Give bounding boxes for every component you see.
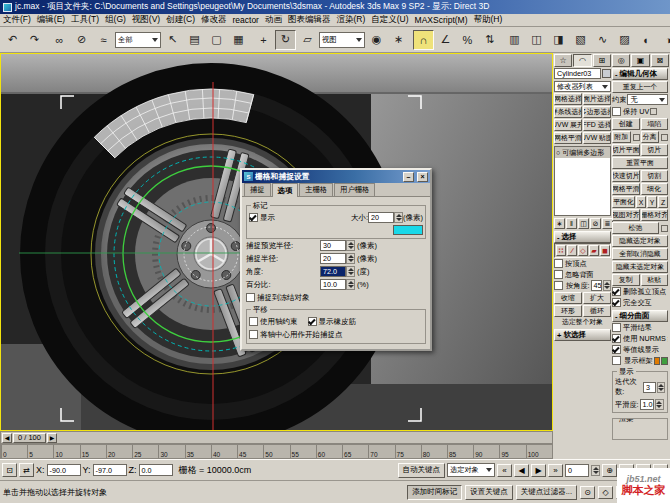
hide-selected-button[interactable]: 隐藏选定对象 — [612, 235, 668, 247]
marker-size-field[interactable]: 20 — [368, 212, 394, 223]
smooth-result-checkbox[interactable] — [612, 323, 621, 332]
planar-y-button[interactable]: Y — [647, 196, 657, 208]
modifier-button-uvw-map[interactable]: UVW 贴图 — [583, 132, 611, 144]
curve-editor-icon[interactable]: ∿ — [592, 30, 613, 50]
ruler-tick[interactable]: 25 — [132, 445, 158, 458]
percent-field[interactable]: 10.0 — [320, 279, 346, 290]
repeat-last-button[interactable]: 重复上一个 — [612, 81, 668, 93]
view-align-button[interactable]: 视图对齐 — [612, 209, 640, 221]
modifier-button-uvw-unwrap[interactable]: UVW 展开 — [554, 119, 582, 131]
polygon-subobject-icon[interactable]: ▰ — [589, 245, 599, 256]
percent-snap-icon[interactable]: % — [457, 30, 478, 50]
key-filters-button[interactable]: 关键点过滤器... — [516, 485, 577, 500]
marker-color-swatch[interactable] — [393, 225, 423, 235]
hide-unselected-button[interactable]: 隐藏未选定对象 — [612, 261, 668, 273]
angle-spinner[interactable] — [346, 266, 355, 277]
ruler-tick[interactable]: 0 — [1, 445, 27, 458]
bulb-icon[interactable]: ○ — [556, 149, 560, 156]
modifier-button-poly-select[interactable]: 多边形选择 — [583, 106, 611, 118]
grid-align-button[interactable]: 栅格对齐 — [641, 209, 669, 221]
tab-home-grid[interactable]: 主栅格 — [299, 183, 333, 196]
slice-button[interactable]: 切片 — [641, 144, 669, 156]
time-slider-button[interactable]: 0 / 100 — [13, 433, 46, 443]
modifier-button-mesh-select[interactable]: 网格选择 — [554, 93, 582, 105]
constraints-dropdown[interactable]: 无 — [627, 94, 668, 105]
ruler-tick[interactable]: 5 — [27, 445, 53, 458]
ruler-tick[interactable]: 60 — [316, 445, 342, 458]
menu-item-reactor[interactable]: reactor — [230, 15, 262, 25]
full-interactivity-checkbox[interactable] — [612, 298, 621, 307]
show-cage-checkbox[interactable] — [612, 356, 621, 365]
window-crossing-icon[interactable]: ▦ — [228, 30, 249, 50]
menu-item-group[interactable]: 组(G) — [102, 14, 129, 26]
display-marker-checkbox[interactable] — [249, 213, 258, 222]
ruler-tick[interactable]: 75 — [395, 445, 421, 458]
set-key-button[interactable]: 设置关键点 — [465, 485, 513, 500]
preserve-uv-checkbox[interactable] — [612, 107, 621, 116]
attach-button[interactable]: 附加 — [612, 131, 631, 143]
start-snap-point-checkbox[interactable] — [249, 330, 258, 339]
planar-z-button[interactable]: Z — [658, 196, 668, 208]
object-name-field[interactable]: Cylinder03 — [554, 68, 601, 79]
select-object-icon[interactable]: ↖ — [162, 30, 183, 50]
by-angle-checkbox[interactable] — [554, 281, 563, 290]
y-coordinate-field[interactable]: -97.0 — [93, 464, 127, 476]
grow-button[interactable]: 扩大 — [583, 292, 611, 304]
element-subobject-icon[interactable]: ◼ — [600, 245, 610, 256]
subdivision-surface-rollout-header[interactable]: -细分曲面 — [612, 310, 668, 322]
make-planar-button[interactable]: 平面化 — [612, 196, 635, 208]
marker-size-spinner[interactable] — [394, 212, 403, 223]
tab-snaps[interactable]: 捕捉 — [244, 183, 271, 196]
snap-radius-field[interactable]: 20 — [320, 253, 346, 264]
layer-manager-icon[interactable]: ▧ — [570, 30, 591, 50]
percent-spinner[interactable] — [346, 279, 355, 290]
select-by-name-icon[interactable]: ▤ — [184, 30, 205, 50]
select-and-link-icon[interactable]: ∞ — [49, 30, 70, 50]
menu-item-graph-editors[interactable]: 图表编辑器 — [285, 14, 334, 26]
x-coordinate-field[interactable]: -90.0 — [47, 464, 81, 476]
dialog-minimize-icon[interactable]: – — [403, 172, 414, 182]
title-bar[interactable]: jc.max - 项目文件夹: C:\Documents and Setting… — [0, 0, 670, 14]
shrink-button[interactable]: 收缩 — [554, 292, 582, 304]
delete-isolated-vertices-checkbox[interactable] — [612, 287, 621, 296]
tab-options[interactable]: 选项 — [272, 183, 299, 197]
create-button[interactable]: 创建 — [612, 118, 640, 130]
angle-field[interactable]: 72.0 — [320, 266, 346, 277]
ruler-tick[interactable]: 45 — [237, 445, 263, 458]
auto-key-button[interactable]: 自动关键点 — [398, 463, 446, 478]
menu-item-customize[interactable]: 自定义(U) — [368, 14, 411, 26]
use-axis-constraints-checkbox[interactable] — [249, 317, 258, 326]
detach-button[interactable]: 分离 — [641, 131, 660, 143]
smoothness-field[interactable]: 1.0 — [640, 399, 654, 410]
dialog-title-bar[interactable]: S 栅格和捕捉设置 – × — [242, 170, 430, 183]
previous-frame-icon[interactable]: ◀ — [514, 464, 529, 477]
z-coordinate-field[interactable]: 0.0 — [139, 464, 173, 476]
ruler-tick[interactable]: 35 — [185, 445, 211, 458]
hierarchy-tab-icon[interactable]: ⊞ — [593, 54, 611, 67]
modifier-button-patch-select[interactable]: 面片选择 — [583, 93, 611, 105]
remove-modifier-icon[interactable]: ⊘ — [590, 218, 601, 229]
soft-selection-rollout-header[interactable]: +软选择 — [554, 329, 611, 341]
rectangular-selection-region-icon[interactable]: ▢ — [206, 30, 227, 50]
ruler-tick[interactable]: 95 — [499, 445, 525, 458]
smoothness-spinner[interactable] — [655, 399, 664, 410]
render-setup-icon[interactable]: ◑ — [658, 30, 670, 50]
tessellate-button[interactable]: 细化 — [641, 183, 669, 195]
snap-preview-radius-spinner[interactable] — [346, 240, 355, 251]
menu-item-edit[interactable]: 编辑(E) — [34, 14, 68, 26]
ruler-tick[interactable]: 85 — [447, 445, 473, 458]
select-and-manipulate-icon[interactable]: ∗ — [388, 30, 409, 50]
edge-subobject-icon[interactable]: ∕ — [567, 245, 577, 256]
stack-item-editable-poly[interactable]: ○ 可编辑多边形 — [555, 147, 610, 158]
border-subobject-icon[interactable]: ◇ — [578, 245, 588, 256]
modifier-button-meshsmooth[interactable]: 网格平滑 — [554, 132, 582, 144]
ruler-tick[interactable]: 50 — [263, 445, 289, 458]
menu-item-views[interactable]: 视图(V) — [129, 14, 163, 26]
selection-lock-icon[interactable]: ⊡ — [2, 463, 17, 477]
relax-button[interactable]: 松弛 — [612, 222, 659, 234]
play-animation-icon[interactable]: ▶ — [531, 464, 546, 477]
select-and-rotate-icon[interactable]: ↻ — [275, 30, 296, 50]
paste-button[interactable]: 粘贴 — [641, 274, 669, 286]
bind-to-spacewarp-icon[interactable]: ≈ — [93, 30, 114, 50]
go-to-start-icon[interactable]: « — [497, 464, 512, 477]
